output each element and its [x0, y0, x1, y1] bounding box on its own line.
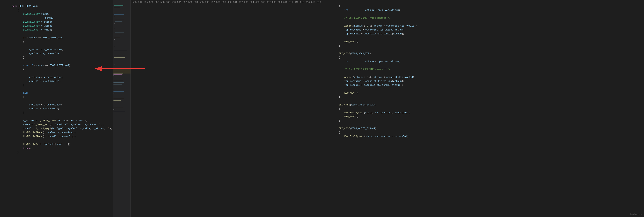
svg-rect-36: [114, 74, 122, 75]
left-code-content[interactable]: case EEOP_SCAN_VAR: { LLVMValueRef value…: [9, 0, 130, 217]
right-code-content[interactable]: { int attnum = op→d.var.attnum; /* See E…: [324, 0, 644, 217]
watermark: Copilot-edited: [630, 213, 642, 215]
svg-rect-58: [114, 115, 114, 115]
svg-rect-40: [114, 82, 124, 83]
svg-rect-8: [114, 16, 115, 16]
svg-rect-34: [114, 72, 125, 72]
svg-rect-44: [114, 90, 114, 90]
svg-rect-26: [114, 57, 125, 58]
svg-rect-46: [114, 93, 114, 93]
svg-rect-2: [114, 4, 114, 4]
svg-rect-28: [114, 63, 120, 63]
svg-rect-47: [114, 95, 123, 95]
svg-rect-20: [115, 45, 122, 45]
editor-container: case EEOP_SCAN_VAR: { LLVMValueRef value…: [0, 0, 644, 217]
right-pane: 583 584 585 586 587 588 589 590 591 592 …: [131, 0, 644, 217]
svg-rect-48: [114, 97, 122, 97]
svg-rect-11: [114, 23, 115, 24]
svg-rect-38: [114, 79, 124, 79]
svg-rect-1: [114, 2, 124, 2]
svg-rect-35: [114, 73, 123, 74]
svg-rect-7: [114, 14, 124, 15]
svg-rect-3: [114, 5, 123, 6]
line-numbers: 583 584 585 586 587 588 589 590 591 592 …: [131, 0, 324, 217]
svg-rect-10: [115, 22, 122, 22]
svg-rect-15: [115, 34, 122, 34]
svg-rect-32: [114, 70, 127, 70]
svg-rect-6: [114, 11, 122, 11]
svg-rect-16: [114, 36, 115, 36]
svg-rect-39: [114, 81, 123, 81]
svg-rect-54: [114, 107, 123, 108]
left-pane: case EEOP_SCAN_VAR: { LLVMValueRef value…: [0, 0, 131, 217]
right-code-area: 583 584 585 586 587 588 589 590 591 592 …: [131, 0, 644, 217]
left-line-numbers: [0, 0, 9, 217]
svg-rect-51: [114, 102, 114, 102]
svg-rect-14: [115, 32, 124, 33]
minimap[interactable]: [112, 0, 130, 217]
svg-rect-18: [114, 39, 115, 40]
svg-rect-27: [114, 61, 124, 61]
svg-rect-25: [114, 56, 125, 56]
svg-rect-21: [114, 47, 115, 47]
svg-rect-17: [114, 38, 120, 38]
svg-rect-53: [114, 106, 114, 106]
svg-rect-57: [114, 113, 120, 113]
svg-rect-45: [114, 91, 124, 92]
left-code-area: case EEOP_SCAN_VAR: { LLVMValueRef value…: [0, 0, 130, 217]
svg-rect-0: [112, 0, 130, 217]
svg-rect-41: [114, 84, 122, 84]
svg-rect-50: [114, 100, 121, 101]
svg-rect-52: [114, 104, 121, 104]
svg-rect-12: [114, 27, 125, 27]
svg-rect-22: [114, 50, 127, 50]
svg-rect-5: [114, 9, 122, 9]
